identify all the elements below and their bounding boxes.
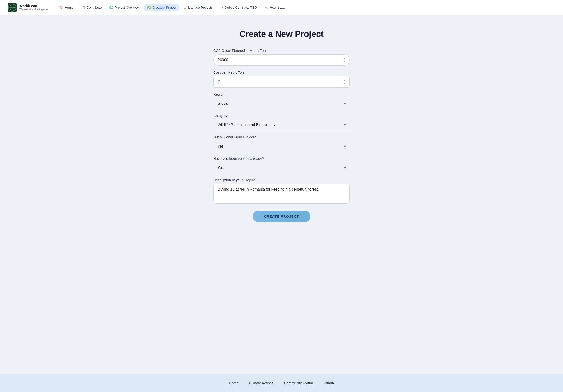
brand-logo [8,3,17,12]
contribute-icon: 📋 [81,6,85,9]
region-select-wrapper: Global North America South America Europ… [213,98,350,109]
nav-item-home[interactable]: 🏠 Home [56,4,77,11]
description-textarea[interactable]: Buying 10 acres in Romania for keeping i… [213,184,350,204]
nav-item-debug-contracts[interactable]: ⚙ Debug Contracts TBD [217,4,260,11]
create-project-icon: ✅ [147,6,151,9]
nav-items: 🏠 Home 📋 Contribute 🌐 Project Overview ✅… [56,4,555,11]
description-group: Description of your Project Buying 10 ac… [213,178,350,204]
cost-label: Cost per Metric Ton [213,70,350,74]
create-project-form: CO2 Offset Planned in Metric Tons ▲ ▼ Co… [213,49,350,222]
region-label: Region [213,92,350,96]
footer-link-home[interactable]: Home [229,381,238,385]
nav-item-how-it-works[interactable]: 🔧 How it w... [261,4,288,11]
nav-item-create-project-label: Create a Project [152,6,176,9]
global-fund-group: Is it a Global Fund Project? Yes No ∨ [213,135,350,152]
nav-item-create-project[interactable]: ✅ Create a Project [144,4,179,11]
cost-input-wrapper: ▲ ▼ [213,76,350,88]
global-fund-select[interactable]: Yes No [213,141,350,152]
co2-increment-arrow[interactable]: ▲ [343,57,346,60]
footer-link-community-forum[interactable]: Community Forum [284,381,313,385]
category-select[interactable]: Wildlife Protection and Biodiversity Ref… [213,119,350,130]
navbar: WorldBoat We are all in this together 🏠 … [0,0,563,15]
category-label: Category [213,114,350,118]
co2-offset-input-wrapper: ▲ ▼ [213,54,350,66]
co2-decrement-arrow[interactable]: ▼ [343,60,346,63]
category-select-wrapper: Wildlife Protection and Biodiversity Ref… [213,119,350,130]
brand-text: WorldBoat We are all in this together [19,4,49,11]
home-icon: 🏠 [60,6,64,9]
cost-input[interactable] [213,76,350,88]
nav-item-contribute[interactable]: 📋 Contribute [78,4,105,11]
debug-contracts-icon: ⚙ [220,6,223,9]
footer-link-climate-actions[interactable]: Climate Actions [249,381,273,385]
main-content: Create a New Project CO2 Offset Planned … [0,15,563,374]
verified-label: Have you been verified already? [213,157,350,160]
page-title: Create a New Project [239,29,324,39]
cost-increment-arrow[interactable]: ▲ [343,79,346,82]
co2-offset-input[interactable] [213,54,350,66]
verified-group: Have you been verified already? Yes No ∨ [213,157,350,173]
nav-item-manage-projects[interactable]: ⊙ Manage Projects [180,4,216,11]
brand-name: WorldBoat [19,4,49,8]
global-fund-select-wrapper: Yes No ∨ [213,141,350,152]
co2-stepper: ▲ ▼ [343,57,346,63]
nav-item-home-label: Home [65,6,74,9]
verified-select[interactable]: Yes No [213,162,350,173]
nav-item-project-overview[interactable]: 🌐 Project Overview [106,4,143,11]
manage-projects-icon: ⊙ [184,6,187,9]
cost-stepper: ▲ ▼ [343,79,346,85]
nav-item-debug-contracts-label: Debug Contracts TBD [225,6,257,9]
nav-item-how-it-works-label: How it w... [270,6,285,9]
region-group: Region Global North America South Americ… [213,92,350,109]
co2-offset-label: CO2 Offset Planned in Metric Tons [213,49,350,52]
footer: Home · Climate Actions · Community Forum… [0,374,563,392]
footer-dot-3: · [318,380,319,385]
cost-decrement-arrow[interactable]: ▼ [343,82,346,85]
region-select[interactable]: Global North America South America Europ… [213,98,350,109]
description-label: Description of your Project [213,178,350,182]
cost-group: Cost per Metric Ton ▲ ▼ [213,70,350,88]
brand-logo-link[interactable]: WorldBoat We are all in this together [8,3,49,12]
category-group: Category Wildlife Protection and Biodive… [213,114,350,130]
footer-link-github[interactable]: Github [324,381,334,385]
nav-item-manage-projects-label: Manage Projects [188,6,213,9]
footer-dot-2: · [278,380,279,385]
nav-item-project-overview-label: Project Overview [115,6,140,9]
footer-dot-1: · [243,380,244,385]
how-it-works-icon: 🔧 [264,6,268,9]
global-fund-label: Is it a Global Fund Project? [213,135,350,139]
create-project-button[interactable]: CREATE PROJECT [253,210,310,222]
co2-offset-group: CO2 Offset Planned in Metric Tons ▲ ▼ [213,49,350,66]
project-overview-icon: 🌐 [109,6,113,9]
verified-select-wrapper: Yes No ∨ [213,162,350,173]
nav-item-contribute-label: Contribute [87,6,102,9]
brand-tagline: We are all in this together [19,8,49,11]
